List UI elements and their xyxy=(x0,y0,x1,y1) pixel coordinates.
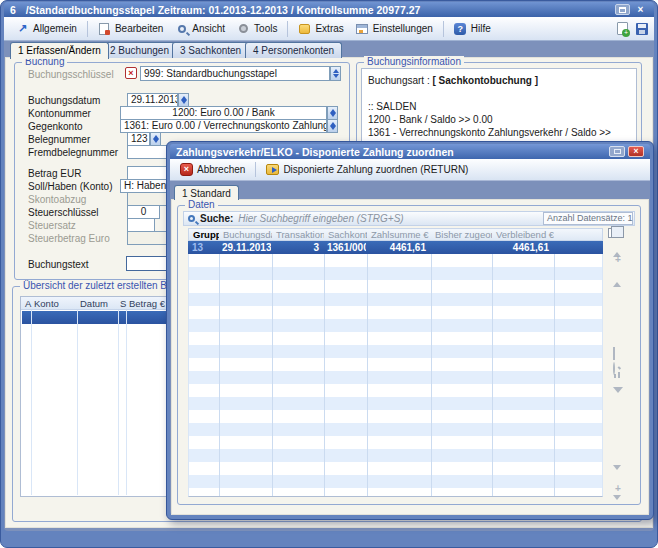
steuerschluessel-field[interactable]: 0 xyxy=(127,205,160,219)
column-divider xyxy=(77,310,78,495)
dialog-close-button[interactable]: × xyxy=(628,146,644,157)
sollhaben-label: Soll/Haben (Konto) xyxy=(28,181,113,192)
belegnummer-field[interactable]: 123 xyxy=(127,132,150,146)
dialog-titlebar[interactable]: Zahlungsverkehr/ELKO - Disponierte Zahlu… xyxy=(170,144,650,159)
search-label: Suche: xyxy=(200,213,233,224)
menu-hilfe[interactable]: ?Hilfe xyxy=(448,19,497,38)
buchungsart-line: Buchungsart : [ Sachkontobuchung ] xyxy=(368,74,630,87)
grid-chart-icon[interactable] xyxy=(613,378,623,386)
restore-window-button[interactable] xyxy=(615,4,630,15)
new-document-icon[interactable] xyxy=(617,22,628,35)
col-verbleibend[interactable]: Verbleibend € xyxy=(492,229,554,240)
tab-buchungen[interactable]: 2 Buchungen xyxy=(102,42,177,58)
window-title: /Standardbuchungsstapel Zeitraum: 01.201… xyxy=(26,4,420,16)
column-divider xyxy=(31,310,32,495)
buchungsschluessel-label: Buchungsschlüssel xyxy=(28,69,114,80)
tab-sachkonten[interactable]: 3 Sachkonten xyxy=(172,42,249,58)
grid-scroll-column: + + xyxy=(610,241,626,508)
menu-separator xyxy=(443,21,444,37)
search-placeholder: Hier Suchbegriff eingeben (STRG+S) xyxy=(238,213,403,224)
cell-zahlsumme: 4461,61 xyxy=(366,241,430,254)
column-chooser-icon[interactable] xyxy=(608,228,619,238)
buchungsdatum-field[interactable]: 29.11.2013 /Fr xyxy=(127,93,178,107)
window-number: 6 xyxy=(10,4,16,16)
row-height-icon[interactable] xyxy=(613,348,623,356)
scroll-up-icon[interactable] xyxy=(613,271,623,279)
buchungsschluessel-spinner[interactable] xyxy=(330,66,341,81)
grid-selected-row[interactable]: 13 29.11.2013 /Fr 3 1361/000 4461,61 446… xyxy=(188,241,603,254)
col-bisher-zugeordnet[interactable]: Bisher zugeordnet xyxy=(431,229,492,240)
close-window-button[interactable]: × xyxy=(633,4,648,15)
grid-column-divider xyxy=(431,254,432,496)
col-gruppe[interactable]: Gruppe xyxy=(189,229,219,240)
col-transaktion[interactable]: Transaktion xyxy=(272,229,324,240)
main-titlebar[interactable]: 6 /Standardbuchungsstapel Zeitraum: 01.2… xyxy=(4,2,654,17)
menu-tools[interactable]: Tools xyxy=(231,19,283,38)
dialog-minimize-button[interactable] xyxy=(609,146,625,157)
restore-icon xyxy=(619,7,626,13)
menu-allgemein[interactable]: ↗Allgemein xyxy=(10,19,83,38)
grid-column-divider xyxy=(219,254,220,496)
buchungsinformation-group-title: Buchungsinformation xyxy=(364,56,464,67)
fremdbelegnummer-label: Fremdbelegnummer xyxy=(28,147,118,158)
menu-extras[interactable]: Extras xyxy=(292,19,349,38)
buchungsdatum-spinner[interactable] xyxy=(178,93,189,107)
menu-bearbeiten[interactable]: Bearbeiten xyxy=(92,19,169,38)
salden-line-1200: 1200 - Bank / Saldo >> 0.00 xyxy=(368,113,630,126)
menu-label: Tools xyxy=(254,23,277,34)
steuersatz-field xyxy=(127,218,155,232)
record-count-badge: Anzahl Datensätze: 1 xyxy=(543,212,633,225)
col-betrag[interactable]: Betrag € xyxy=(129,298,165,309)
scroll-page-down-icon[interactable]: + xyxy=(613,485,623,493)
abbrechen-button[interactable]: × Abbrechen xyxy=(176,161,249,178)
toolbar-separator xyxy=(255,162,256,177)
salden-header: :: SALDEN xyxy=(368,100,630,113)
buchungsschluessel-field[interactable]: 999: Standardbuchungsstapel xyxy=(140,66,330,81)
tab-personenkonten[interactable]: 4 Personenkonten xyxy=(245,42,342,58)
col-sachkonto[interactable]: Sachkonto xyxy=(324,229,367,240)
grid-empty-rows[interactable] xyxy=(188,254,603,497)
menu-label: Hilfe xyxy=(471,23,491,34)
grid-column-divider xyxy=(492,254,493,496)
minimize-icon xyxy=(614,149,621,154)
gegenkonto-spinner[interactable] xyxy=(327,119,338,133)
col-datum[interactable]: Datum xyxy=(80,298,108,309)
col-zahlsumme[interactable]: Zahlsumme € xyxy=(367,229,431,240)
kontonummer-spinner[interactable] xyxy=(327,106,338,120)
dialog-tab-standard[interactable]: 1 Standard xyxy=(174,185,239,200)
scroll-page-up-icon[interactable]: + xyxy=(613,256,623,264)
grid-search-icon[interactable] xyxy=(613,363,623,371)
scroll-to-top-icon[interactable] xyxy=(613,241,623,249)
cell-buchungsdatum: 29.11.2013 /Fr xyxy=(218,241,271,254)
dialog-data-grid[interactable]: Gruppe Buchungsdatum Transaktion Sachkon… xyxy=(188,228,603,497)
belegnummer-spinner[interactable] xyxy=(150,132,161,146)
menubar: ↗Allgemein Bearbeiten Ansicht Tools Extr… xyxy=(4,17,654,41)
menu-ansicht[interactable]: Ansicht xyxy=(169,19,231,38)
cell-transaktion: 3 xyxy=(271,241,323,254)
kontonummer-field[interactable]: 1200: Euro 0.00 / Bank xyxy=(120,106,327,120)
column-divider xyxy=(126,310,127,495)
grid-column-divider xyxy=(272,254,273,496)
buchungsdatum-label: Buchungsdatum xyxy=(28,95,100,106)
steuerbetrag-label: Steuerbetrag Euro xyxy=(28,233,110,244)
gegenkonto-field[interactable]: 1361: Euro 0.00 / Verrechnungskonto Zahl… xyxy=(120,119,327,133)
abbrechen-label: Abbrechen xyxy=(197,164,245,175)
grid-filter-icon[interactable] xyxy=(613,393,623,401)
scroll-to-bottom-icon[interactable] xyxy=(613,500,623,508)
col-s[interactable]: S xyxy=(120,298,126,309)
scroll-down-icon[interactable] xyxy=(613,470,623,478)
col-a[interactable]: A xyxy=(25,298,31,309)
buchungsart-value: [ Sachkontobuchung ] xyxy=(433,75,539,86)
menu-einstellungen[interactable]: Einstellungen xyxy=(350,19,439,38)
save-icon[interactable] xyxy=(636,23,648,35)
tab-erfassen-aendern[interactable]: 1 Erfassen/Ändern xyxy=(10,42,109,59)
clear-buchungsschluessel-button[interactable]: × xyxy=(125,67,137,79)
col-buchungsdatum[interactable]: Buchungsdatum xyxy=(219,229,272,240)
col-konto[interactable]: Konto xyxy=(34,298,59,309)
menu-label: Ansicht xyxy=(192,23,225,34)
menu-label: Bearbeiten xyxy=(115,23,163,34)
menu-label: Einstellungen xyxy=(373,23,433,34)
blank-line xyxy=(368,87,630,100)
arrow-ne-icon: ↗ xyxy=(16,22,29,35)
disponierte-zahlung-zuordnen-button[interactable]: Disponierte Zahlung zuordnen (RETURN) xyxy=(262,162,472,177)
